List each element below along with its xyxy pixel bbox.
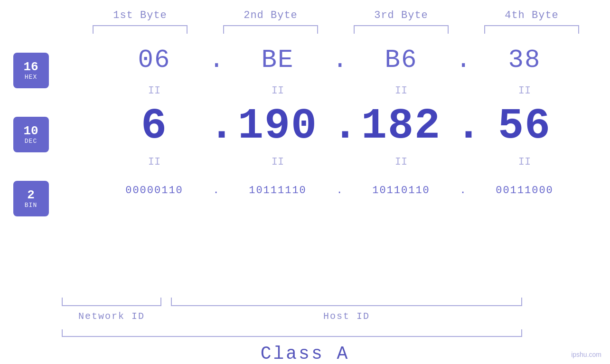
bin-byte-1: 00000110 (100, 185, 209, 196)
class-label: Class A (44, 344, 566, 364)
byte-label-1: 1st Byte (85, 9, 195, 21)
hex-byte-3: B6 (347, 46, 456, 75)
hex-dot-3: . (456, 46, 470, 75)
content-area: 16 HEX 10 DEC 2 BIN 06 . BE . B6 . 38 (0, 38, 610, 294)
bottom-bracket-area (0, 298, 610, 306)
byte-label-2: 2nd Byte (216, 9, 325, 21)
bin-row: 00000110 . 10111110 . 10110110 . 0011100… (100, 171, 610, 209)
byte-label-3: 3rd Byte (347, 9, 456, 21)
bin-byte-3: 10110110 (347, 185, 456, 196)
dec-badge-number: 10 (23, 124, 38, 138)
class-bracket (62, 329, 522, 337)
bin-badge: 2 BIN (13, 181, 49, 216)
dec-byte-4: 56 (470, 102, 579, 150)
values-grid: 06 . BE . B6 . 38 II II II II 6 . (62, 38, 610, 294)
top-bracket-3 (354, 25, 449, 34)
equals-2-1: II (100, 156, 209, 168)
bin-badge-label: BIN (25, 202, 37, 209)
bin-byte-4: 00111000 (470, 185, 579, 196)
bin-dot-2: . (332, 185, 347, 196)
dec-row: 6 . 190 . 182 . 56 (100, 100, 610, 152)
bin-byte-2: 10111110 (223, 185, 332, 196)
dec-byte-3: 182 (347, 102, 456, 150)
bottom-bracket-network (62, 298, 161, 306)
equals-1-2: II (223, 85, 332, 97)
hex-byte-4: 38 (470, 46, 579, 75)
dec-badge-label: DEC (25, 138, 37, 145)
byte-label-4: 4th Byte (477, 9, 586, 21)
top-bracket-2 (223, 25, 318, 34)
dec-byte-1: 6 (100, 102, 209, 150)
network-id-label: Network ID (62, 311, 161, 322)
bottom-bracket-host (171, 298, 522, 306)
dec-dot-2: . (332, 102, 347, 150)
watermark: ipshu.com (571, 351, 601, 358)
hex-dot-1: . (209, 46, 223, 75)
hex-byte-2: BE (223, 46, 332, 75)
hex-byte-1: 06 (100, 46, 209, 75)
top-brackets (75, 25, 597, 34)
hex-dot-2: . (332, 46, 347, 75)
top-bracket-1 (93, 25, 188, 34)
equals-2-3: II (347, 156, 456, 168)
equals-1-4: II (470, 85, 579, 97)
hex-badge: 16 HEX (13, 53, 49, 88)
left-badges: 16 HEX 10 DEC 2 BIN (0, 38, 62, 294)
id-labels: Network ID Host ID (0, 311, 610, 322)
hex-row: 06 . BE . B6 . 38 (100, 38, 610, 81)
dec-byte-2: 190 (223, 102, 332, 150)
equals-row-2: II II II II (100, 152, 610, 171)
equals-2-4: II (470, 156, 579, 168)
host-id-label: Host ID (171, 311, 522, 322)
dec-dot-1: . (209, 102, 223, 150)
hex-badge-number: 16 (23, 60, 38, 74)
top-bracket-4 (484, 25, 579, 34)
equals-row-1: II II II II (100, 81, 610, 100)
equals-2-2: II (223, 156, 332, 168)
bin-dot-1: . (209, 185, 223, 196)
dec-dot-3: . (456, 102, 470, 150)
main-container: 1st Byte 2nd Byte 3rd Byte 4th Byte 16 H… (0, 0, 610, 364)
equals-1-1: II (100, 85, 209, 97)
equals-1-3: II (347, 85, 456, 97)
bin-dot-3: . (456, 185, 470, 196)
hex-badge-label: HEX (25, 74, 37, 81)
byte-labels-row: 1st Byte 2nd Byte 3rd Byte 4th Byte (75, 9, 597, 21)
class-bracket-container (0, 329, 610, 337)
dec-badge: 10 DEC (13, 117, 49, 152)
bin-badge-number: 2 (27, 188, 35, 202)
